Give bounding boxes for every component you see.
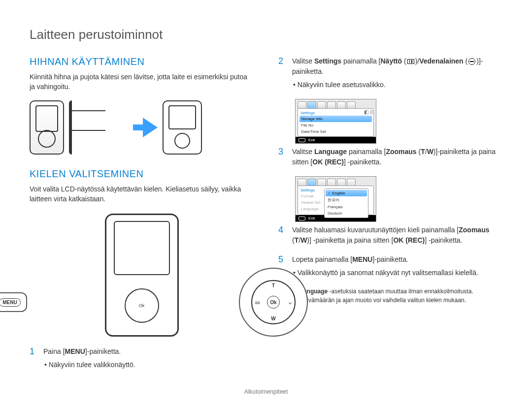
menu-panel: Settings Format Default Set Language Eng… — [298, 186, 374, 215]
section-language-title: KIELEN VALITSEMINEN — [30, 168, 254, 180]
step-4-number: 4 — [278, 225, 285, 235]
section-strap-body: Kiinnitä hihna ja pujota kätesi sen lävi… — [30, 72, 254, 92]
step-1: 1 Paina [MENU]-painiketta. Näkyviin tule… — [30, 346, 254, 370]
menu-tab — [327, 101, 336, 108]
left-column: HIHNAN KÄYTTÄMINEN Kiinnitä hihna ja puj… — [30, 56, 254, 379]
menu-tab — [347, 179, 356, 186]
note-list: Language -asetuksia saatetaan muuttaa il… — [296, 287, 473, 305]
step-4-body: Valitse haluamasi kuvaruutunäyttöjen kie… — [292, 225, 502, 246]
section-strap-title: HIHNAN KÄYTTÄMINEN — [30, 56, 254, 67]
step-5-bullet: Valikkonäyttö ja sanomat näkyvät nyt val… — [292, 268, 502, 278]
device-in-hand-illust — [163, 100, 202, 155]
submenu-row: 한국어 — [326, 196, 367, 204]
menu-row: Date/Time Set — [299, 128, 372, 135]
menu-button-icon — [299, 138, 305, 142]
device-dpad-illust — [125, 288, 159, 323]
menu-tabbar — [296, 99, 376, 108]
step-1-body: Paina [MENU]-painiketta. Näkyviin tulee … — [43, 346, 254, 370]
step-3-body: Valitse Language painamalla [Zoomaus (T/… — [292, 147, 502, 167]
right-column: 2 Valitse Settings painamalla [Näyttö ()… — [278, 56, 502, 379]
menu-tab — [337, 101, 346, 108]
menu-tab — [298, 179, 306, 186]
menu-tab — [298, 101, 306, 108]
display-icon — [407, 59, 414, 64]
dpad-w-label: W — [271, 316, 275, 321]
step-5-body: Lopeta painamalla [MENU]-painiketta. Val… — [292, 254, 502, 278]
menu-button-icon — [299, 217, 305, 220]
step-1-bold: MENU — [65, 347, 85, 355]
section-language-body: Voit valita LCD-näytössä käytettävän kie… — [30, 185, 254, 204]
step-3: 3 Valitse Language painamalla [Zoomaus (… — [278, 147, 502, 167]
settings-menu-screenshot-1: Settings Storage Info File No Date/Time … — [295, 99, 376, 144]
menu-tab-active — [307, 179, 316, 186]
step-3-number: 3 — [278, 147, 285, 157]
dpad-callout: T W ▭ ⌵ — [239, 268, 308, 337]
menu-tab-active — [307, 101, 316, 108]
menu-tab — [347, 101, 356, 108]
underwater-icon — [468, 58, 475, 65]
strap-illustration — [30, 100, 254, 155]
menu-tab — [317, 179, 326, 186]
screenshot-side-icons: ◧ ⎙ — [364, 109, 373, 115]
submenu-row-selected: English — [326, 190, 367, 196]
footer-section-label: Alkutoimenpiteet — [0, 388, 532, 395]
device-screen-illust — [114, 221, 170, 275]
step-5: 5 Lopeta painamalla [MENU]-painiketta. V… — [278, 254, 502, 278]
menu-button-callout: MENU — [0, 292, 27, 312]
step-2-number: 2 — [278, 56, 285, 66]
step-5-number: 5 — [278, 254, 285, 265]
menu-button-label: MENU — [0, 298, 21, 307]
device-body-illust — [105, 214, 179, 337]
step-1-number: 1 — [30, 346, 36, 357]
settings-menu-screenshot-2: Settings Format Default Set Language Eng… — [295, 176, 376, 222]
menu-tab — [327, 179, 336, 186]
step-1-bullet: Näkyviin tulee valikkonäyttö. — [43, 360, 254, 370]
note-item: Päivämäärän ja ajan muoto voi vaihdella … — [296, 296, 473, 305]
menu-tab — [337, 179, 346, 186]
language-submenu: English 한국어 Français Deutsch — [324, 188, 368, 218]
menu-row: File No — [299, 122, 372, 128]
strap-threading-illust — [69, 100, 108, 155]
arrow-right-icon — [143, 118, 158, 137]
step-2-body: Valitse Settings painamalla [Näyttö ()/V… — [292, 56, 502, 90]
content-columns: HIHNAN KÄYTTÄMINEN Kiinnitä hihna ja puj… — [30, 56, 502, 379]
menu-exitbar: Exit — [296, 137, 376, 143]
step-1-text-post: ]-painiketta. — [85, 347, 121, 355]
submenu-row: Français — [326, 204, 367, 210]
device-menu-illust: MENU T W ▭ ⌵ — [30, 214, 254, 337]
menu-panel-header: Settings — [299, 110, 372, 116]
exit-label: Exit — [308, 216, 315, 220]
dpad-t-label: T — [272, 283, 275, 288]
dpad-left-icon: ▭ — [255, 300, 260, 305]
step-4: 4 Valitse haluamasi kuvaruutunäyttöjen k… — [278, 225, 502, 246]
menu-row-selected: Storage Info — [299, 116, 372, 122]
step-2-bullet: Näkyviin tulee asetusvalikko. — [292, 80, 502, 90]
note-item: Language -asetuksia saatetaan muuttaa il… — [296, 287, 473, 296]
menu-tab — [317, 101, 326, 108]
step-1-text-pre: Paina [ — [43, 347, 65, 355]
dpad-right-icon: ⌵ — [289, 300, 292, 305]
device-front-illust — [30, 100, 64, 155]
step-2: 2 Valitse Settings painamalla [Näyttö ()… — [278, 56, 502, 90]
note-box: Language -asetuksia saatetaan muuttaa il… — [278, 287, 502, 305]
menu-panel: Settings Storage Info File No Date/Time … — [298, 108, 374, 137]
menu-tabbar — [296, 177, 376, 186]
exit-label: Exit — [308, 138, 315, 142]
submenu-row: Deutsch — [326, 210, 367, 217]
page-header: Laitteen perustoiminnot — [30, 27, 502, 42]
dpad-ring: T W ▭ ⌵ — [251, 280, 296, 324]
